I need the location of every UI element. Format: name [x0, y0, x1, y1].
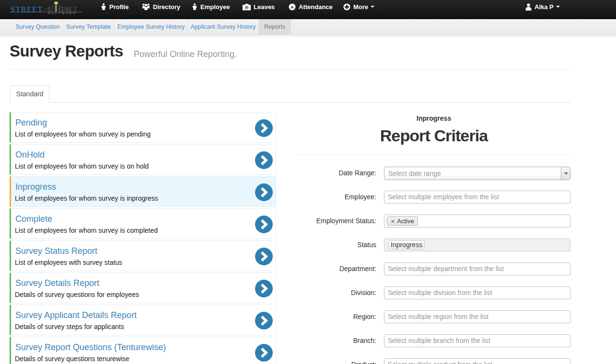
svg-text:STREET: STREET — [11, 5, 43, 13]
svg-text:A: A — [291, 4, 294, 10]
svg-text:SOFTWARE: SOFTWARE — [48, 12, 76, 15]
